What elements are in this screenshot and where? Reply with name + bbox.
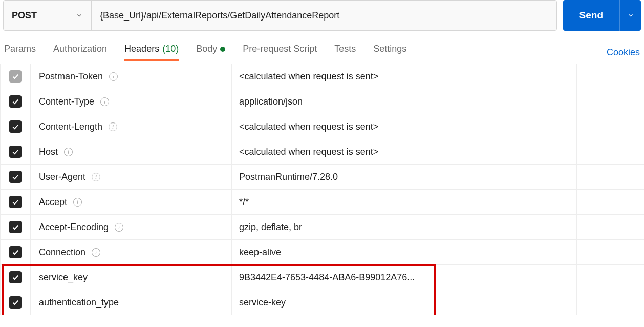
http-method-value: POST: [12, 10, 37, 21]
headers-table: Postman-Tokeni<calculated when request i…: [0, 64, 644, 315]
header-key-text: User-Agent: [39, 172, 85, 182]
chevron-down-icon: [76, 12, 83, 19]
header-extra-cell: [493, 240, 522, 264]
header-key-cell[interactable]: Accept-Encodingi: [31, 215, 232, 239]
header-extra-cell: [522, 114, 577, 139]
request-url-input[interactable]: [92, 1, 556, 30]
header-value-cell[interactable]: <calculated when request is sent>: [232, 114, 434, 139]
header-extra-cell: [577, 64, 644, 89]
header-key-cell[interactable]: authentication_type: [31, 290, 232, 315]
header-value-cell[interactable]: application/json: [232, 89, 434, 114]
http-method-select[interactable]: POST: [4, 1, 92, 30]
header-enable-checkbox[interactable]: [9, 271, 22, 283]
header-extra-cell: [577, 290, 644, 315]
header-key-cell[interactable]: Connectioni: [31, 240, 232, 264]
header-key-text: service_key: [39, 272, 88, 283]
header-row: Accept-Encodingigzip, deflate, br: [0, 215, 644, 240]
header-extra-cell: [522, 64, 577, 89]
header-extra-cell: [434, 165, 493, 189]
header-row: Connectionikeep-alive: [0, 240, 644, 265]
header-extra-cell: [434, 114, 493, 139]
info-icon[interactable]: i: [109, 122, 117, 131]
header-row: service_key9B3442E4-7653-4484-ABA6-B9901…: [0, 265, 644, 290]
header-value-cell[interactable]: */*: [232, 190, 434, 214]
header-enable-checkbox[interactable]: [9, 296, 22, 309]
header-enable-checkbox[interactable]: [9, 70, 22, 83]
header-enable-checkbox[interactable]: [9, 95, 22, 108]
header-enable-cell: [0, 165, 31, 189]
header-extra-cell: [434, 139, 493, 164]
header-key-cell[interactable]: User-Agenti: [31, 165, 232, 189]
info-icon[interactable]: i: [92, 173, 100, 181]
header-enable-cell: [0, 290, 31, 315]
send-button[interactable]: Send: [563, 0, 619, 31]
header-enable-cell: [0, 64, 31, 89]
header-row: Hosti<calculated when request is sent>: [0, 139, 644, 165]
header-enable-cell: [0, 215, 31, 239]
header-key-cell[interactable]: Hosti: [31, 139, 232, 164]
header-enable-checkbox[interactable]: [9, 196, 22, 208]
header-value-cell[interactable]: service-key: [232, 290, 434, 315]
method-url-group: POST: [3, 0, 557, 31]
info-icon[interactable]: i: [73, 198, 82, 207]
header-row: User-AgentiPostmanRuntime/7.28.0: [0, 165, 644, 190]
header-key-cell[interactable]: Content-Typei: [31, 89, 232, 114]
header-key-text: Accept: [39, 197, 67, 208]
header-extra-cell: [577, 89, 644, 114]
tab-settings[interactable]: Settings: [373, 44, 406, 61]
header-value-cell[interactable]: keep-alive: [232, 240, 434, 264]
highlight-wrap: service_key9B3442E4-7653-4484-ABA6-B9901…: [0, 265, 644, 315]
header-extra-cell: [493, 139, 522, 164]
header-value-cell[interactable]: 9B3442E4-7653-4484-ABA6-B99012A76...: [232, 265, 434, 290]
header-extra-cell: [493, 64, 522, 89]
header-extra-cell: [434, 215, 493, 239]
header-enable-checkbox[interactable]: [9, 246, 22, 258]
header-key-cell[interactable]: Postman-Tokeni: [31, 64, 232, 89]
header-extra-cell: [522, 240, 577, 264]
header-extra-cell: [493, 165, 522, 189]
header-enable-checkbox[interactable]: [9, 120, 22, 133]
header-extra-cell: [434, 64, 493, 89]
tab-prerequest-script[interactable]: Pre-request Script: [243, 44, 317, 61]
header-extra-cell: [493, 114, 522, 139]
info-icon[interactable]: i: [109, 72, 118, 81]
info-icon[interactable]: i: [92, 248, 100, 257]
header-extra-cell: [577, 190, 644, 214]
body-indicator-dot: [220, 47, 225, 52]
header-enable-cell: [0, 114, 31, 139]
header-extra-cell: [522, 290, 577, 315]
header-key-text: Content-Length: [39, 121, 102, 132]
header-key-text: Content-Type: [39, 96, 94, 107]
header-extra-cell: [522, 265, 577, 290]
header-extra-cell: [577, 139, 644, 164]
header-extra-cell: [493, 290, 522, 315]
tab-authorization[interactable]: Authorization: [53, 44, 107, 61]
header-value-cell[interactable]: <calculated when request is sent>: [232, 64, 434, 89]
header-extra-cell: [522, 139, 577, 164]
header-extra-cell: [493, 89, 522, 114]
header-extra-cell: [577, 240, 644, 264]
header-enable-checkbox[interactable]: [9, 221, 22, 233]
header-row: Content-Lengthi<calculated when request …: [0, 114, 644, 139]
info-icon[interactable]: i: [100, 97, 109, 106]
info-icon[interactable]: i: [64, 148, 73, 156]
header-extra-cell: [522, 165, 577, 189]
tab-tests[interactable]: Tests: [334, 44, 356, 61]
tab-body[interactable]: Body: [196, 44, 225, 61]
header-value-cell[interactable]: PostmanRuntime/7.28.0: [232, 165, 434, 189]
header-key-cell[interactable]: service_key: [31, 265, 232, 290]
header-value-cell[interactable]: <calculated when request is sent>: [232, 139, 434, 164]
cookies-link[interactable]: Cookies: [607, 47, 640, 58]
header-value-cell[interactable]: gzip, deflate, br: [232, 215, 434, 239]
send-dropdown-button[interactable]: [619, 0, 641, 31]
header-extra-cell: [434, 89, 493, 114]
header-key-cell[interactable]: Content-Lengthi: [31, 114, 232, 139]
header-enable-cell: [0, 190, 31, 214]
header-row: authentication_typeservice-key: [0, 290, 644, 315]
tab-headers[interactable]: Headers (10): [124, 44, 179, 61]
header-key-cell[interactable]: Accepti: [31, 190, 232, 214]
header-enable-checkbox[interactable]: [9, 146, 22, 158]
info-icon[interactable]: i: [115, 223, 123, 232]
tab-params[interactable]: Params: [4, 44, 36, 61]
header-enable-checkbox[interactable]: [9, 171, 22, 183]
